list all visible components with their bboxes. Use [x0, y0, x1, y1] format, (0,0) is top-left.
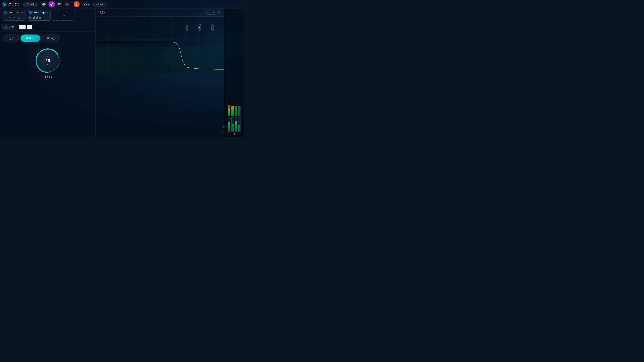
- equalizer-waveform: [4, 15, 24, 20]
- app-container: IZOTOPE ADVANCED Vocals: [0, 0, 244, 137]
- search-icon-button[interactable]: 🔍: [218, 11, 221, 14]
- mixer-channel-4: [238, 106, 241, 132]
- main-content: ~ Equalizer 1 ✕ ☰ ◎ Spectral: [0, 9, 244, 137]
- avatar-button[interactable]: [74, 1, 80, 7]
- controls-bar: Δ Delta: [0, 22, 96, 31]
- logo-area: IZOTOPE ADVANCED: [2, 2, 20, 7]
- spectral-icon: ◎: [29, 11, 32, 14]
- equalizer-menu-icon[interactable]: ☰: [4, 20, 24, 22]
- nav-prev-arrow[interactable]: ‹: [109, 3, 111, 6]
- learn-button[interactable]: Learn: [206, 10, 216, 14]
- toolbar-dot-3: [88, 4, 89, 5]
- svg-rect-18: [34, 16, 35, 19]
- heavy-mode-button[interactable]: Heavy: [42, 34, 60, 42]
- svg-rect-21: [39, 17, 40, 18]
- svg-rect-13: [60, 4, 60, 5]
- eq-toolbar: ▾ Learn 🔍: [96, 9, 224, 16]
- mixer-channel-3: [234, 106, 238, 132]
- logo-sub: ADVANCED: [8, 5, 20, 6]
- equalizer-icon: ~: [4, 11, 7, 14]
- settings-icon-button[interactable]: [64, 1, 70, 7]
- svg-point-42: [199, 27, 200, 28]
- svg-rect-2: [42, 4, 42, 5]
- plugin-header-eq: ~ Equalizer 1 ✕: [4, 11, 24, 14]
- eq-mode-chevron: ▾: [104, 12, 105, 13]
- spectral-close-button[interactable]: ✕: [46, 11, 49, 14]
- vocals-button[interactable]: Vocals: [23, 2, 38, 7]
- mixer-strip: [224, 9, 244, 137]
- plugin-card-spectral[interactable]: ◎ Spectral Shaper ✕: [27, 10, 51, 21]
- svg-rect-11: [58, 4, 59, 5]
- knob-down-button[interactable]: ∨: [47, 63, 49, 66]
- light-mode-button[interactable]: Light: [3, 34, 19, 42]
- knob-up-button[interactable]: ∧: [47, 55, 49, 58]
- knob-body: ∧ 29 ∨: [36, 49, 59, 72]
- logo-icon: [2, 2, 7, 7]
- processing-modes: Light Medium Heavy: [0, 31, 96, 44]
- right-panel: ▾ Learn 🔍: [96, 9, 224, 137]
- svg-point-1: [4, 4, 5, 5]
- eq-grid-svg: [96, 16, 224, 73]
- svg-rect-4: [43, 3, 44, 5]
- top-icons: [41, 1, 70, 7]
- top-bar: IZOTOPE ADVANCED Vocals: [0, 0, 244, 9]
- knob-value: 29: [45, 58, 50, 63]
- presets-button[interactable]: ≡ Presets: [94, 2, 107, 6]
- nav-next-arrow[interactable]: ›: [112, 3, 114, 6]
- svg-rect-5: [44, 4, 44, 5]
- eq-mode-button[interactable]: ▾: [98, 10, 106, 15]
- svg-rect-8: [45, 4, 46, 4]
- mixer-channel-2: [231, 106, 234, 132]
- svg-point-25: [100, 12, 102, 13]
- svg-rect-22: [40, 16, 41, 18]
- svg-point-24: [100, 11, 103, 14]
- logo-text-block: IZOTOPE ADVANCED: [8, 2, 20, 6]
- svg-point-15: [66, 3, 68, 5]
- plugin-card-equalizer[interactable]: ~ Equalizer 1 ✕ ☰: [2, 10, 26, 21]
- knob-area: ∧ 29 ∨ Amount: [0, 44, 96, 80]
- logo-text: IZOTOPE: [8, 2, 20, 5]
- medium-mode-button[interactable]: Medium: [21, 34, 40, 42]
- toolbar-dot-1: [84, 4, 85, 5]
- toolbar-dot-2: [86, 4, 87, 5]
- delta-button[interactable]: Δ Delta: [2, 24, 16, 30]
- spectral-menu-icon[interactable]: ☰: [33, 17, 34, 19]
- add-plugin-icon: +: [63, 13, 65, 17]
- mixer-channel-1: [228, 105, 231, 132]
- svg-rect-20: [38, 16, 38, 19]
- waveform-mode-button[interactable]: [19, 25, 26, 29]
- svg-rect-3: [43, 3, 43, 5]
- midi-icon-button[interactable]: [56, 1, 62, 7]
- svg-point-14: [66, 4, 68, 5]
- svg-point-43: [211, 24, 214, 31]
- toolbar-dots[interactable]: [82, 3, 91, 6]
- filter-mode-button[interactable]: [27, 25, 32, 29]
- plugin-chain: ~ Equalizer 1 ✕ ☰ ◎ Spectral: [0, 9, 96, 22]
- add-plugin-slot[interactable]: +: [52, 10, 76, 21]
- svg-rect-19: [36, 17, 37, 18]
- svg-rect-12: [59, 4, 60, 5]
- equalizer-close-button[interactable]: ✕: [21, 11, 24, 14]
- delta-icon: Δ: [4, 25, 8, 29]
- presets-label: Presets: [98, 3, 104, 5]
- amount-label: Amount: [44, 75, 52, 78]
- nav-arrows: ‹ ›: [109, 3, 114, 6]
- amount-knob[interactable]: ∧ 29 ∨: [34, 47, 61, 74]
- svg-rect-7: [45, 4, 45, 5]
- meter-clip-indicator: [234, 133, 235, 135]
- mic-icon-button[interactable]: [48, 1, 55, 7]
- eq-canvas: [96, 16, 224, 137]
- mode-icons-group: [18, 24, 34, 30]
- spectral-s-icon: S: [28, 16, 32, 19]
- equalizer-name: Equalizer 1: [9, 11, 19, 14]
- presets-icon: ≡: [96, 3, 97, 5]
- left-panel: ~ Equalizer 1 ✕ ☰ ◎ Spectral: [0, 9, 96, 137]
- spectral-name: Spectral Shaper: [32, 11, 46, 14]
- svg-rect-6: [44, 3, 44, 5]
- waveform-icon-button[interactable]: [41, 1, 47, 7]
- delta-label: Delta: [9, 25, 14, 28]
- spectral-waveform: [29, 15, 49, 20]
- svg-point-16: [76, 3, 77, 4]
- svg-point-40: [186, 25, 188, 31]
- plugin-header-spectral: ◎ Spectral Shaper ✕: [29, 11, 49, 14]
